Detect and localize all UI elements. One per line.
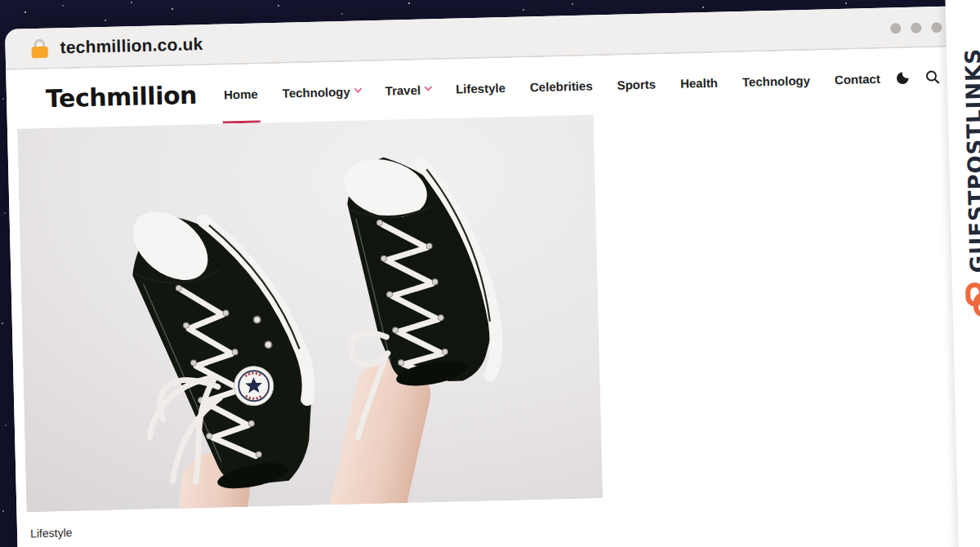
window-dot[interactable]: [911, 23, 921, 33]
nav-item-technology-2[interactable]: Technology: [742, 51, 811, 111]
url-text[interactable]: techmillion.co.uk: [60, 34, 203, 57]
nav-item-lifestyle[interactable]: Lifestyle: [455, 58, 506, 118]
nav-label: Celebrities: [530, 78, 593, 94]
window-dot[interactable]: [931, 22, 942, 33]
search-icon[interactable]: [924, 69, 941, 85]
nav-item-sports[interactable]: Sports: [617, 55, 657, 114]
nav-label: Technology: [282, 84, 350, 100]
address-bar[interactable]: techmillion.co.uk: [31, 24, 203, 68]
header-icon-group: [894, 47, 942, 107]
nav-item-celebrities[interactable]: Celebrities: [529, 56, 593, 116]
page-content: Lifestyle: [7, 104, 980, 547]
window-controls[interactable]: [890, 22, 942, 34]
site-logo[interactable]: Techmillion: [46, 81, 198, 113]
sneakers-photo: [17, 114, 603, 512]
lock-icon: [31, 38, 48, 57]
nav-label: Health: [680, 75, 718, 90]
nav-item-health[interactable]: Health: [679, 53, 719, 113]
nav-label: Travel: [385, 82, 421, 97]
nav-item-technology[interactable]: Technology: [282, 61, 362, 122]
chain-link-icon: [963, 282, 980, 318]
nav-label: Contact: [835, 71, 880, 86]
hero-image[interactable]: [17, 114, 603, 512]
nav-label: Home: [224, 87, 258, 101]
nav-item-travel[interactable]: Travel: [385, 60, 432, 119]
ribbon-text: GUESTPOSTLINKS: [960, 48, 980, 274]
nav-item-home[interactable]: Home: [223, 64, 258, 123]
moon-icon[interactable]: [895, 69, 911, 85]
nav-item-contact[interactable]: Contact: [834, 49, 881, 109]
chevron-down-icon: [354, 85, 362, 93]
article-category-link[interactable]: Lifestyle: [30, 526, 73, 540]
chevron-down-icon: [425, 83, 433, 91]
nav-label: Lifestyle: [456, 81, 506, 96]
window-dot[interactable]: [890, 23, 901, 33]
browser-window: techmillion.co.uk Techmillion Home Techn…: [5, 4, 980, 547]
nav-label: Technology: [742, 73, 810, 88]
nav-label: Sports: [617, 77, 656, 91]
